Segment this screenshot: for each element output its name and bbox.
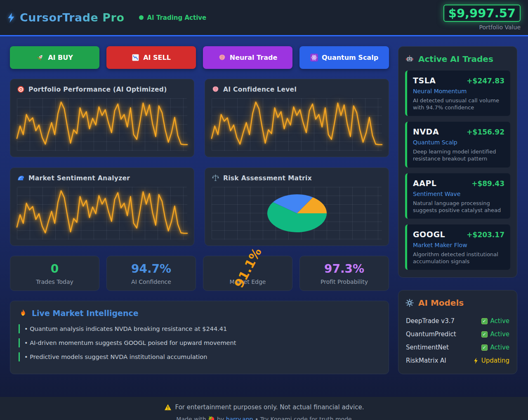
model-name: SentimentNet (406, 344, 449, 351)
trade-strategy: Neural Momentum (413, 88, 504, 94)
ai-sell-button[interactable]: AI SELL (106, 46, 196, 69)
stat-label: Trades Today (36, 278, 73, 285)
model-status-text: Updating (481, 357, 509, 364)
portfolio-summary: $9,997.57 Portfolio Value (443, 5, 521, 31)
model-name: DeepTrade v3.7 (406, 317, 455, 325)
quantum-scalp-button[interactable]: Quantum Scalp (299, 46, 389, 69)
neural-trade-button[interactable]: Neural Trade (203, 46, 292, 69)
wave-icon (17, 174, 25, 182)
lightning-icon (474, 358, 478, 364)
model-row-sentimentnet: SentimentNet ✓ Active (405, 341, 510, 354)
model-status: ✓ Active (481, 344, 509, 351)
main-column: AI BUY AI SELL Neural Trade Quantum Scal… (10, 46, 389, 397)
line-chart (17, 187, 187, 240)
model-row-riskmatrix: RiskMatrix AI Updating (405, 354, 510, 367)
action-buttons-row: AI BUY AI SELL Neural Trade Quantum Scal… (10, 46, 389, 69)
trade-symbol: GOOGL (413, 230, 445, 239)
models-panel-title: AI Models (405, 298, 510, 308)
line-chart (17, 98, 187, 151)
main-layout: AI BUY AI SELL Neural Trade Quantum Scal… (0, 36, 528, 397)
lightning-bolt-icon (7, 12, 16, 23)
ai-models-panel: AI Models DeepTrade v3.7 ✓ Active Quantu… (398, 290, 517, 374)
sidebar: Active AI Trades TSLA +$247.83 Neural Mo… (398, 46, 518, 397)
trade-card-aapl[interactable]: AAPL +$89.43 Sentiment Wave Natural lang… (405, 173, 510, 219)
brain-icon (218, 54, 226, 61)
panel-title: AI Confidence Level (212, 85, 382, 93)
ai-confidence-chart (212, 98, 382, 151)
check-icon: ✓ (481, 344, 488, 351)
intel-item: • AI-driven momentum suggests GOOGL pois… (19, 338, 380, 347)
status-dot-icon (139, 15, 144, 20)
brain-icon (212, 85, 219, 93)
credit-line: Made with 🍓 by harry.app • Try Konami co… (0, 416, 528, 420)
scales-icon (212, 174, 219, 182)
panel-title-text: Risk Assessment Matrix (223, 175, 312, 182)
portfolio-performance-panel: Portfolio Performance (AI Optimized) (10, 79, 194, 157)
stats-row: 0 Trades Today 94.7% AI Confidence 91.1%… (10, 256, 389, 291)
gear-icon (405, 298, 414, 307)
model-row-deeptrade: DeepTrade v3.7 ✓ Active (405, 314, 510, 328)
intel-item: • Predictive models suggest NVDA institu… (19, 352, 380, 361)
model-name: RiskMatrix AI (406, 357, 446, 364)
model-status-text: Active (490, 344, 509, 351)
credit-link[interactable]: harry.app (226, 416, 253, 420)
trades-panel-title-text: Active AI Trades (418, 54, 493, 64)
panel-title-text: Market Sentiment Analyzer (28, 175, 130, 182)
panel-title-text: AI Confidence Level (223, 86, 297, 93)
trade-description: Deep learning model identified resistanc… (413, 148, 504, 162)
model-status-text: Active (490, 317, 509, 325)
trade-symbol: NVDA (413, 127, 439, 136)
model-row-quantumpredict: QuantumPredict ✓ Active (405, 328, 510, 341)
ai-buy-label: AI BUY (48, 54, 73, 61)
live-market-intelligence-panel: Live Market Intelligence • Quantum analy… (10, 301, 389, 374)
line-chart (212, 98, 382, 151)
trade-description: AI detected unusual call volume with 94.… (413, 97, 504, 111)
trade-card-tsla[interactable]: TSLA +$247.83 Neural Momentum AI detecte… (405, 71, 510, 116)
target-icon (17, 85, 25, 93)
trade-profit: +$203.17 (467, 231, 504, 239)
trade-strategy: Sentiment Wave (413, 191, 504, 197)
trade-profit: +$89.43 (471, 179, 504, 188)
trade-symbol: TSLA (413, 76, 436, 85)
trade-card-googl[interactable]: GOOGL +$203.17 Market Maker Flow Algorit… (405, 224, 510, 270)
credit-prefix: Made with 🍓 by (176, 416, 226, 420)
portfolio-value: $9,997.57 (443, 5, 521, 22)
intel-title-text: Live Market Intelligence (32, 309, 139, 318)
pie-chart-area (212, 187, 382, 240)
charts-grid: Portfolio Performance (AI Optimized) AI … (10, 79, 389, 246)
trade-card-nvda[interactable]: NVDA +$156.92 Quantum Scalp Deep learnin… (405, 122, 510, 167)
status-text: AI Trading Active (147, 14, 206, 21)
logo-group: CursorTrade Pro AI Trading Active (7, 11, 206, 24)
panel-title: Risk Assessment Matrix (212, 174, 382, 182)
chart-decreasing-icon (132, 54, 139, 61)
trade-header: TSLA +$247.83 (413, 76, 504, 85)
trade-symbol: AAPL (413, 179, 436, 188)
stat-value: 94.7% (131, 262, 171, 276)
model-status: ✓ Active (481, 317, 509, 325)
risk-assessment-panel: Risk Assessment Matrix (205, 168, 389, 246)
ai-confidence-stat: 94.7% AI Confidence (106, 256, 196, 291)
ai-trading-status: AI Trading Active (139, 14, 206, 21)
ai-sell-label: AI SELL (143, 54, 171, 61)
trade-profit: +$247.83 (467, 77, 504, 85)
robot-icon (405, 54, 414, 64)
intel-title: Live Market Intelligence (19, 309, 380, 318)
model-status-text: Active (490, 330, 509, 338)
trade-strategy: Market Maker Flow (413, 242, 504, 248)
footer: For entertainment purposes only. Not act… (0, 397, 528, 420)
stat-value: 0 (51, 262, 59, 276)
ai-buy-button[interactable]: AI BUY (10, 46, 99, 69)
active-ai-trades-panel: Active AI Trades TSLA +$247.83 Neural Mo… (398, 46, 517, 278)
model-status: Updating (474, 357, 509, 364)
check-icon: ✓ (481, 331, 488, 337)
trade-profit: +$156.92 (467, 128, 504, 136)
model-status: ✓ Active (481, 330, 509, 338)
trade-header: GOOGL +$203.17 (413, 230, 504, 239)
atom-icon (310, 54, 318, 61)
check-icon: ✓ (481, 318, 488, 324)
fire-icon (19, 309, 28, 318)
trade-strategy: Quantum Scalp (413, 139, 504, 146)
trade-header: AAPL +$89.43 (413, 179, 504, 188)
neural-trade-label: Neural Trade (230, 54, 278, 61)
model-name: QuantumPredict (406, 330, 456, 338)
